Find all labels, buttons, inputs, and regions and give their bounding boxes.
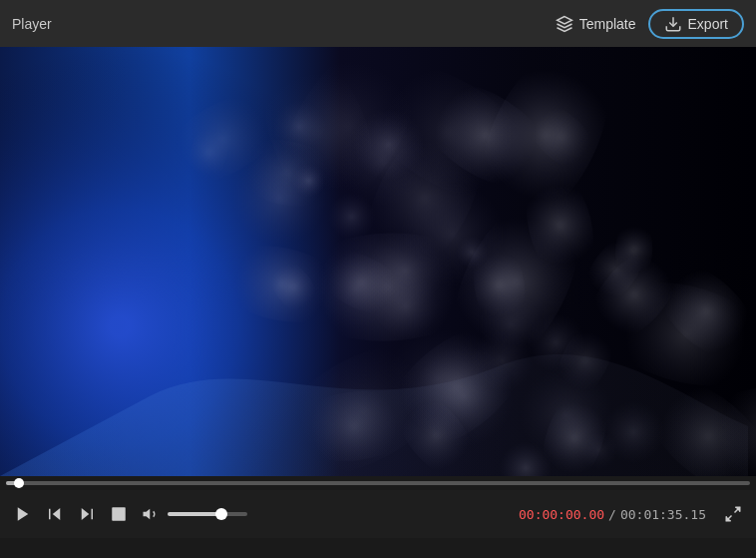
play-icon (14, 505, 32, 523)
timecode-total: 00:01:35.15 (620, 507, 706, 522)
play-button[interactable] (10, 501, 36, 527)
header-left: Player (12, 16, 52, 32)
skip-back-button[interactable] (42, 501, 68, 527)
volume-icon (142, 505, 160, 523)
export-button[interactable]: Export (648, 9, 744, 39)
svg-marker-2 (18, 507, 29, 521)
fullscreen-button[interactable] (720, 501, 746, 527)
header-bar: Player Template Export (0, 0, 756, 47)
svg-marker-5 (82, 508, 90, 520)
player-label: Player (12, 16, 52, 32)
seek-bar[interactable] (0, 476, 756, 490)
skip-forward-icon (78, 505, 96, 523)
skip-forward-button[interactable] (74, 501, 100, 527)
seek-track (6, 481, 750, 485)
fullscreen-icon (724, 505, 742, 523)
seek-thumb (14, 478, 24, 488)
volume-slider[interactable] (168, 512, 247, 516)
stop-icon (110, 505, 128, 523)
template-label: Template (579, 16, 636, 32)
video-canvas (0, 47, 756, 476)
volume-area (138, 501, 247, 527)
layers-icon (556, 15, 573, 33)
volume-button[interactable] (138, 501, 164, 527)
timecode-display: 00:00:00.00 / 00:01:35.15 (519, 507, 706, 522)
player-controls: 00:00:00.00 / 00:01:35.15 (0, 490, 756, 538)
template-button[interactable]: Template (548, 11, 644, 37)
export-icon (664, 15, 682, 33)
svg-marker-3 (53, 508, 61, 520)
svg-marker-8 (144, 509, 151, 520)
skip-back-icon (46, 505, 64, 523)
svg-marker-0 (557, 16, 571, 24)
timecode-separator: / (608, 507, 616, 522)
stop-button[interactable] (106, 501, 132, 527)
export-label: Export (688, 16, 728, 32)
video-player[interactable] (0, 47, 756, 476)
timecode-current: 00:00:00.00 (519, 507, 604, 522)
svg-rect-7 (112, 507, 126, 521)
header-right: Template Export (548, 9, 744, 39)
